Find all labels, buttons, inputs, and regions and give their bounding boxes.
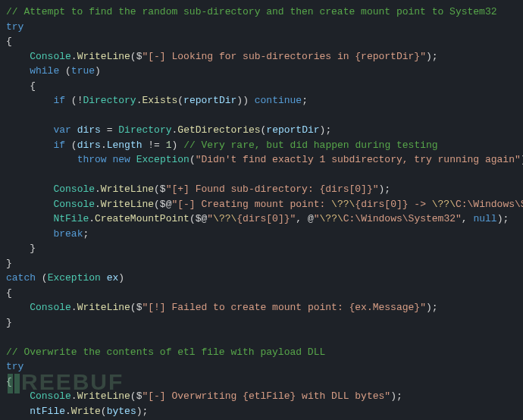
code-token: reportDir	[183, 95, 236, 106]
code-token: Exception	[136, 154, 189, 165]
code-token: catch	[6, 272, 36, 284]
code-token: "[-] Looking for sub-directories in {rep…	[142, 51, 425, 62]
code-line: }	[6, 258, 12, 269]
code-token: Console	[53, 183, 95, 195]
code-token: while	[30, 65, 59, 77]
code-token: Console	[30, 390, 71, 402]
code-line: {	[6, 36, 12, 47]
code-token: \??\	[331, 199, 355, 210]
code-token: if	[53, 139, 65, 151]
code-token: Write	[71, 406, 101, 417]
code-line: // Overwrite the contents of etl file wi…	[6, 346, 325, 358]
code-token: "	[207, 213, 213, 224]
code-token: NtFile	[53, 213, 89, 224]
code-token: Directory	[118, 124, 171, 136]
code-line: }	[30, 243, 36, 254]
code-token: throw	[77, 154, 107, 165]
code-token: Exception	[48, 272, 101, 284]
code-token: "	[314, 213, 320, 224]
code-token: C:\Windows\System32"	[343, 213, 462, 224]
code-token: Directory	[83, 95, 136, 106]
code-token: break	[53, 228, 83, 240]
code-token: "[-] Overwriting {etlFile} with DLL byte…	[142, 390, 390, 402]
code-token: WriteLine	[101, 199, 154, 210]
code-token: bytes	[107, 406, 136, 417]
code-block: // Attempt to find the random sub-direct…	[0, 0, 523, 420]
code-token: Console	[30, 302, 71, 313]
code-token: dirs	[77, 139, 101, 151]
code-line: {	[6, 287, 12, 299]
code-token: Length	[107, 139, 142, 151]
code-token: continue	[255, 95, 302, 106]
code-token: null	[473, 213, 496, 224]
code-token: reportDir	[266, 124, 319, 136]
code-token: if	[53, 95, 65, 106]
code-token: \??\	[213, 213, 236, 224]
code-token: "Didn't find exactly 1 subdirectory, try…	[196, 154, 521, 165]
code-line: try	[6, 361, 23, 372]
code-token: WriteLine	[101, 183, 154, 195]
code-token: WriteLine	[77, 302, 130, 313]
code-token: // Very rare, but did happen during test…	[183, 139, 437, 151]
code-token: ex	[107, 272, 119, 284]
code-line: {	[6, 376, 12, 387]
code-token: \??\	[320, 213, 343, 224]
code-token: ntFile	[30, 406, 65, 417]
code-line: }	[6, 317, 12, 328]
code-token: "[+] Found sub-directory: {dirs[0]}"	[166, 183, 379, 195]
code-token: {dirs[0]} ->	[355, 199, 431, 210]
code-token: Console	[53, 199, 95, 210]
code-token: new	[112, 154, 130, 165]
code-token: 1	[166, 139, 172, 151]
code-token: WriteLine	[77, 390, 130, 402]
code-token: C:\Windows\System32"	[456, 199, 523, 210]
code-line: try	[6, 21, 23, 33]
code-token: CreateMountPoint	[95, 213, 189, 224]
code-token: {dirs[0]}"	[236, 213, 296, 224]
code-token: Console	[30, 51, 71, 62]
code-line: {	[30, 80, 36, 92]
code-token: dirs	[77, 124, 101, 136]
code-token: GetDirectories	[177, 124, 260, 136]
code-token: Exists	[142, 95, 177, 106]
code-token: "[-] Creating mount point:	[171, 199, 331, 210]
code-token: "[!] Failed to create mount point: {ex.M…	[142, 302, 425, 313]
code-token: var	[53, 124, 70, 136]
code-line: // Attempt to find the random sub-direct…	[6, 6, 497, 17]
code-token: true	[71, 65, 95, 77]
code-token: \??\	[432, 199, 456, 210]
code-token: WriteLine	[77, 51, 130, 62]
